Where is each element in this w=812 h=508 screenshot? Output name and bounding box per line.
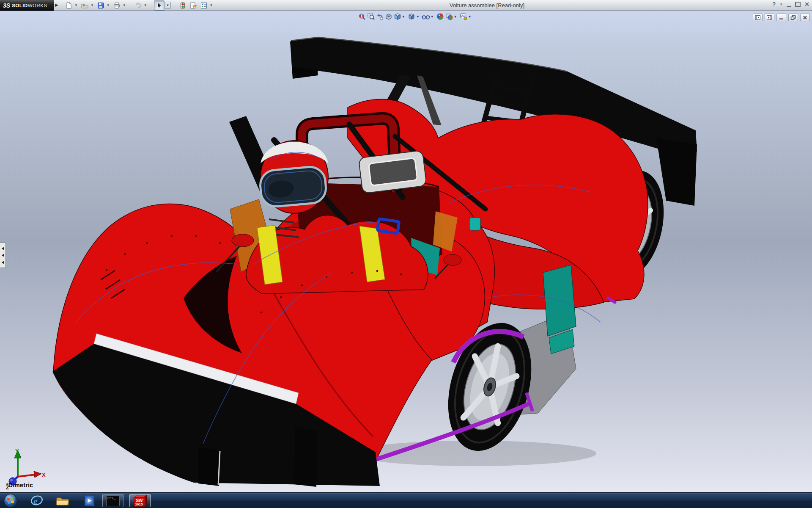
printer-icon [113,2,120,9]
undo-arrow-icon [134,2,142,9]
solidworks-logo-mark-icon: 3S [3,2,10,9]
close-document-button[interactable] [800,14,810,21]
feature-manager-collapsed-tab[interactable] [0,243,6,268]
solidworks-window: 3S SOLIDWORKS ▶ ▼ ▼ ▼ ▼ ▼ ▼ [0,0,812,508]
view-settings-icon [460,13,467,20]
file-properties-icon [190,2,197,9]
dropdown-caret-icon[interactable]: ▼ [416,15,420,19]
apply-scene-button[interactable] [445,12,454,21]
options-checklist-icon [200,2,207,9]
menu-expand-arrow-icon[interactable]: ▶ [55,3,58,7]
print-button[interactable] [112,0,122,11]
select-dropdown-caret-icon[interactable]: ▼ [165,2,171,9]
dropdown-caret-icon[interactable]: ▼ [107,3,110,7]
help-dropdown-caret-icon[interactable]: ▼ [779,3,783,6]
triad-x-label: X [42,472,46,478]
document-window-controls [753,14,810,21]
graphics-area[interactable]: ▼ ▼ ▼ ▼ ▼ [0,11,812,492]
title-bar: 3S SOLIDWORKS ▶ ▼ ▼ ▼ ▼ ▼ ▼ [0,0,812,11]
mirror-right[interactable] [444,254,461,265]
section-view-button[interactable] [384,12,393,21]
save-floppy-icon [97,2,104,9]
dropdown-caret-icon[interactable]: ▼ [123,3,126,7]
minimize-document-button[interactable] [776,14,786,21]
dropdown-caret-icon[interactable]: ▼ [454,15,457,19]
close-window-button[interactable]: ✕ [804,1,809,8]
dropdown-caret-icon[interactable]: ▼ [402,15,405,19]
file-properties-button[interactable] [188,0,199,11]
help-button[interactable]: ? [772,1,776,8]
collapse-arrow-icon [2,247,4,250]
car-assembly-model[interactable] [0,11,812,492]
teal-vent [469,218,480,230]
zoom-to-fit-button[interactable] [357,12,366,21]
dropdown-caret-icon[interactable]: ▼ [431,15,434,19]
splitter-fin [198,448,221,486]
mirror-left[interactable] [232,234,254,247]
minimize-icon [779,16,784,19]
collapse-arrow-icon [2,254,4,257]
appearance-sphere-icon [436,13,444,20]
windows-explorer-icon[interactable] [56,495,69,506]
start-button[interactable] [3,494,18,508]
command-prompt-icon: C:\_ [106,495,120,506]
restore-window-button[interactable] [795,2,801,7]
close-icon [803,15,807,20]
restore-document-button[interactable] [788,14,798,21]
select-cursor-icon [156,2,162,9]
new-button[interactable] [63,0,74,11]
command-prompt-taskbar-button[interactable]: C:\_ [102,494,123,507]
open-button[interactable] [80,0,90,11]
undo-button[interactable] [133,0,143,11]
zoom-to-fit-icon [358,13,366,20]
solidworks-icon-year: 2015 [134,502,144,506]
hide-show-items-button[interactable] [422,12,431,21]
view-orientation-label: *Dimetric [6,482,33,489]
collapse-left-pane-button[interactable] [753,14,763,21]
view-settings-button[interactable] [459,12,468,21]
zoom-to-area-icon [367,13,375,20]
apply-scene-icon [445,13,453,20]
dropdown-caret-icon[interactable]: ▼ [468,15,472,19]
expand-right-pane-button[interactable] [765,14,774,21]
window-title: Voiture assomblee [Read-only] [450,2,524,8]
brand-works: WORKS [28,3,47,8]
air-intake[interactable] [359,150,427,193]
solidworks-2015-icon: SW 2015 [134,495,146,506]
dropdown-caret-icon[interactable]: ▼ [91,3,94,7]
zoom-to-area-button[interactable] [366,12,375,21]
helmet-visor [259,166,327,207]
command-prompt-text: C:\_ [107,497,115,500]
windows-taskbar: e C:\_ SW 2015 [0,492,812,508]
view-orientation-button[interactable] [393,12,402,21]
edit-appearance-button[interactable] [436,12,445,21]
display-style-button[interactable] [407,12,416,21]
pane-left-arrow-icon [755,15,760,20]
dropdown-caret-icon[interactable]: ▼ [210,3,213,7]
eyeglasses-icon [422,13,430,20]
dropdown-caret-icon[interactable]: ▼ [74,3,78,7]
solidworks-taskbar-button[interactable]: SW 2015 [129,494,151,507]
triad-y-label: Y [15,448,19,454]
restore-icon [790,15,796,20]
new-document-icon [66,2,72,9]
open-folder-icon [81,2,88,9]
solidworks-logo[interactable]: 3S SOLIDWORKS [0,0,54,11]
main-toolbar: ▼ ▼ ▼ ▼ ▼ ▼ [63,0,214,10]
section-view-icon [385,13,392,20]
titlebar-controls: ? ▼ ✕ [772,1,809,8]
display-style-icon [408,13,415,20]
save-button[interactable] [96,0,106,11]
svg-text:e: e [33,496,38,506]
previous-view-button[interactable] [375,12,384,21]
select-button[interactable] [154,0,165,11]
internet-explorer-icon[interactable]: e [30,494,43,507]
heads-up-view-toolbar: ▼ ▼ ▼ ▼ ▼ [357,12,474,21]
splitter-fin-2 [294,427,318,487]
rebuild-button[interactable] [178,0,188,11]
windows-media-player-icon[interactable] [83,494,96,507]
view-orientation-icon [394,13,401,20]
dropdown-caret-icon[interactable]: ▼ [144,3,147,7]
minimize-window-button[interactable] [787,1,791,7]
options-button[interactable] [199,0,209,11]
